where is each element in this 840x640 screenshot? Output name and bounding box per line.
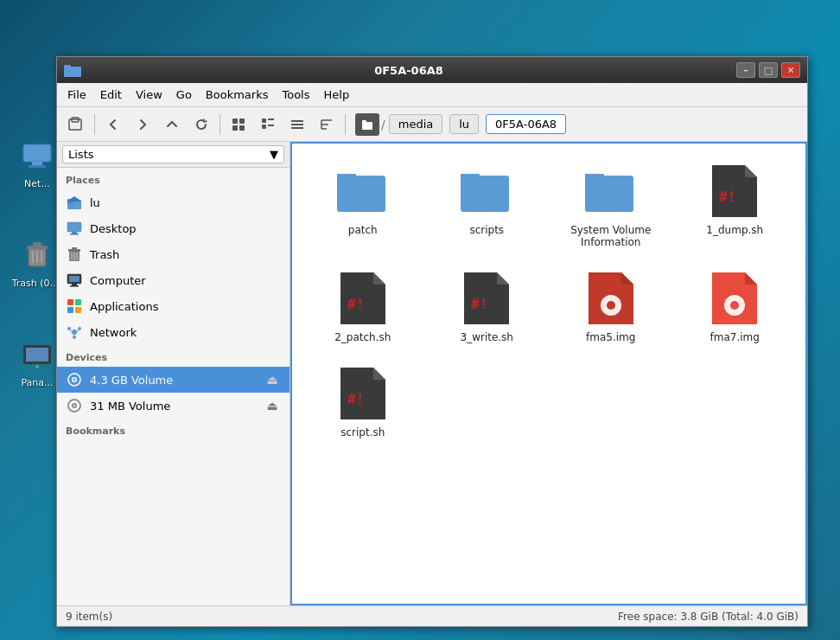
svg-rect-20 [262, 118, 266, 123]
breadcrumb-media[interactable]: media [389, 114, 443, 134]
sidebar-item-desktop-icon [66, 220, 83, 237]
file-item-patch[interactable]: patch [305, 157, 421, 255]
svg-rect-22 [262, 125, 266, 129]
compact-view-button[interactable] [254, 112, 282, 138]
icon-view-icon [232, 118, 245, 131]
file-item-1dump[interactable]: #! 1_dump.sh [678, 157, 793, 255]
file-icon-sysvolinfo [583, 163, 639, 219]
menu-file[interactable]: File [60, 86, 93, 104]
menu-go[interactable]: Go [169, 86, 199, 104]
svg-point-91 [730, 301, 739, 310]
reload-button[interactable] [188, 112, 215, 138]
svg-rect-46 [69, 276, 80, 282]
file-item-scripts[interactable]: scripts [430, 157, 545, 255]
svg-rect-19 [239, 125, 245, 131]
maximize-button[interactable]: □ [759, 62, 778, 78]
svg-rect-26 [291, 127, 303, 129]
menu-tools[interactable]: Tools [275, 86, 316, 104]
svg-point-55 [78, 327, 81, 330]
file-grid: patch scripts [301, 152, 797, 450]
sidebar-view-dropdown[interactable]: Lists ▼ [62, 145, 284, 163]
file-name-3write: 3_write.sh [461, 331, 513, 343]
file-item-fma7[interactable]: fma7.img [678, 264, 793, 350]
sidebar-item-desktop[interactable]: Desktop [57, 215, 290, 241]
breadcrumb-current[interactable]: 0F5A-06A8 [486, 114, 566, 134]
svg-point-87 [607, 301, 615, 310]
sidebar-item-vol31-eject[interactable]: ⏏ [264, 397, 281, 414]
svg-rect-14 [69, 119, 81, 130]
up-icon [165, 118, 179, 131]
item-count: 9 item(s) [66, 611, 112, 623]
back-icon [106, 118, 120, 131]
file-name-1dump: 1_dump.sh [706, 224, 763, 236]
sidebar-item-trash-icon [66, 246, 83, 263]
sidebar-item-desktop-text: Desktop [90, 222, 137, 235]
sidebar-item-vol43[interactable]: 4.3 GB Volume ⏏ [57, 367, 290, 393]
svg-rect-21 [268, 118, 274, 120]
close-button[interactable]: ✕ [781, 62, 800, 78]
icon-view-button[interactable] [225, 112, 252, 138]
sidebar-item-trash-text: Trash [90, 248, 119, 261]
file-name-patch: patch [348, 224, 378, 236]
svg-marker-85 [621, 272, 633, 285]
file-icon-2patch: #! [335, 271, 391, 326]
forward-button[interactable] [129, 112, 156, 138]
svg-text:#!: #! [347, 391, 364, 407]
titlebar-controls: – □ ✕ [736, 62, 800, 78]
svg-rect-24 [291, 120, 303, 122]
file-icon-script: #! [335, 366, 391, 421]
folder-svg-sysvolinfo [585, 169, 637, 214]
sidebar-item-lu[interactable]: lu [57, 189, 290, 215]
menu-edit[interactable]: Edit [93, 86, 129, 104]
svg-rect-32 [362, 120, 366, 125]
breadcrumb-root[interactable] [355, 113, 379, 136]
sidebar-item-network-text: Network [90, 326, 137, 339]
menu-bookmarks[interactable]: Bookmarks [199, 86, 276, 104]
menu-view[interactable]: View [129, 86, 169, 104]
file-item-fma5[interactable]: fma5.img [553, 264, 669, 350]
file-name-fma7: fma7.img [710, 331, 760, 343]
back-button[interactable] [99, 112, 127, 138]
sidebar-item-applications-icon [66, 298, 83, 315]
breadcrumb-lu[interactable]: lu [449, 114, 479, 134]
sidebar-item-trash[interactable]: Trash [57, 241, 290, 267]
sidebar-item-lu-text: lu [90, 196, 100, 209]
list-view-button[interactable] [283, 112, 311, 138]
svg-rect-49 [67, 299, 73, 305]
menu-help[interactable]: Help [317, 86, 357, 104]
file-name-2patch: 2_patch.sh [334, 331, 391, 343]
file-name-fma5: fma5.img [586, 331, 635, 343]
script-svg-2patch: #! [340, 272, 385, 324]
img-svg-fma7 [712, 272, 757, 324]
new-tab-button[interactable] [62, 112, 90, 138]
file-item-3write[interactable]: #! 3_write.sh [430, 264, 545, 350]
file-icon-fma7 [707, 271, 762, 326]
sidebar-view-label-text: Lists [68, 148, 94, 161]
svg-rect-10 [26, 348, 48, 362]
file-item-2patch[interactable]: #! 2_patch.sh [305, 264, 421, 350]
file-icon-3write: #! [459, 271, 514, 326]
sidebar-item-applications[interactable]: Applications [57, 293, 290, 319]
sidebar-item-computer[interactable]: Computer [57, 267, 290, 293]
svg-line-58 [77, 330, 79, 333]
up-button[interactable] [158, 112, 186, 138]
sidebar-item-vol43-eject[interactable]: ⏏ [264, 371, 281, 388]
svg-rect-1 [32, 162, 42, 165]
file-item-script[interactable]: #! script.sh [305, 359, 421, 445]
reload-icon [194, 118, 208, 131]
tree-view-button[interactable] [313, 112, 340, 138]
sidebar-bookmarks-label: Bookmarks [57, 419, 290, 440]
svg-rect-0 [23, 144, 51, 162]
toolbar: / media lu 0F5A-06A8 [57, 107, 807, 142]
sidebar-item-vol31-icon [66, 397, 83, 414]
sidebar-item-vol31[interactable]: 31 MB Volume ⏏ [57, 393, 290, 419]
sidebar-item-network[interactable]: Network [57, 319, 290, 345]
compact-view-icon [261, 118, 275, 131]
network-desktop-label: Net... [24, 178, 50, 189]
sidebar-view-selector: Lists ▼ [57, 142, 290, 168]
file-manager-window: 0F5A-06A8 – □ ✕ File Edit View Go Bookma… [56, 56, 808, 627]
svg-text:#!: #! [471, 296, 487, 312]
file-item-sysvolinfo[interactable]: System Volume Information [553, 157, 669, 255]
sidebar-item-computer-icon [66, 272, 83, 289]
minimize-button[interactable]: – [736, 62, 755, 78]
